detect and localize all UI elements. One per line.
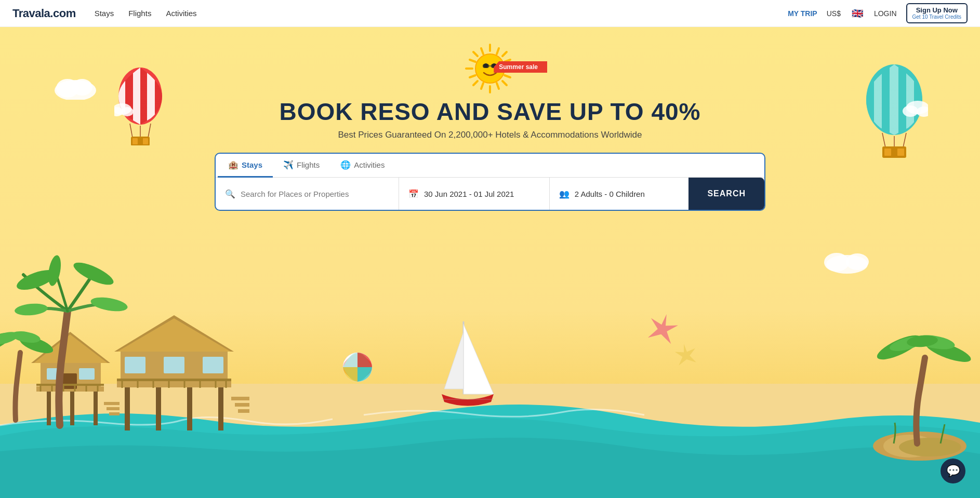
search-field-icon: 🔍 [225,189,235,199]
svg-rect-46 [47,389,51,425]
calendar-icon: 📅 [408,189,419,199]
nav-stays[interactable]: Stays [95,9,114,18]
search-tabs: 🏨 Stays ✈️ Flights 🌐 Activities [216,154,764,178]
nav-links: Stays Flights Activities [95,9,197,18]
svg-rect-52 [109,412,120,415]
location-field[interactable]: 🔍 [216,178,399,210]
svg-line-28 [502,81,507,85]
tab-flights[interactable]: ✈️ Flights [273,154,330,178]
svg-point-9 [121,107,134,116]
svg-line-3 [148,124,151,138]
hero-section: Summer sale BOOK RESO AND SAVE UP TO 40%… [0,27,980,498]
svg-point-107 [899,438,961,456]
guests-picker[interactable]: 👥 2 Adults - 0 Children [550,178,689,210]
login-link[interactable]: LOGIN [874,9,897,18]
hero-subheadline: Best Prices Guaranteed On 2,200,000+ Hot… [338,130,642,140]
cloud-right [824,253,869,274]
search-bar: 🔍 📅 30 Jun 2021 - 01 Jul 2021 👥 2 Adults… [216,178,764,210]
search-container: 🏨 Stays ✈️ Flights 🌐 Activities 🔍 📅 30 J… [215,153,765,211]
hero-headline: BOOK RESO AND SAVE UP TO 40% [279,98,700,126]
svg-rect-51 [107,407,120,410]
date-picker[interactable]: 📅 30 Jun 2021 - 01 Jul 2021 [399,178,550,210]
navbar: Travala.com Stays Flights Activities MY … [0,0,980,27]
svg-rect-59 [36,384,104,386]
svg-line-33 [481,48,483,54]
flights-tab-icon: ✈️ [283,160,294,170]
svg-rect-6 [143,138,148,144]
guests-value: 2 Adults - 0 Children [575,190,645,198]
svg-line-36 [481,83,483,89]
nav-flights[interactable]: Flights [128,9,151,18]
svg-point-90 [71,258,116,289]
currency-selector[interactable]: US$ [827,9,841,18]
signup-button[interactable]: Sign Up Now Get 10 Travel Credits [906,3,968,24]
svg-rect-72 [235,403,249,407]
beach-scene [0,228,980,498]
svg-rect-69 [218,384,223,430]
balloon-left [114,62,166,145]
svg-rect-79 [203,357,223,373]
logo[interactable]: Travala.com [12,7,76,20]
svg-line-30 [473,81,478,85]
chat-icon: 💬 [946,464,960,478]
svg-line-31 [470,60,475,62]
tab-activities[interactable]: 🌐 Activities [330,154,395,178]
nav-right: MY TRIP US$ 🇬🇧 LOGIN Sign Up Now Get 10 … [788,3,968,24]
svg-rect-78 [164,357,184,373]
search-input[interactable] [241,190,389,198]
guests-icon: 👥 [559,189,570,199]
svg-rect-48 [94,389,98,425]
svg-rect-57 [79,368,95,380]
sun-container: Summer sale [464,43,516,95]
svg-rect-16 [897,149,904,156]
svg-point-22 [72,79,92,96]
svg-line-27 [473,52,478,56]
summer-sale-badge: Summer sale [494,61,547,73]
svg-rect-80 [117,379,231,381]
stays-tab-icon: 🏨 [228,160,239,170]
svg-rect-50 [104,402,120,405]
svg-point-18 [903,105,918,117]
svg-rect-71 [231,397,249,400]
svg-line-35 [497,48,499,54]
svg-marker-104 [673,342,697,366]
svg-rect-15 [884,149,891,156]
language-flag[interactable]: 🇬🇧 [850,9,865,18]
tab-stays[interactable]: 🏨 Stays [218,154,273,178]
svg-point-91 [89,295,128,314]
search-button[interactable]: SEARCH [688,178,764,210]
svg-line-32 [505,75,510,77]
nav-activities[interactable]: Activities [166,9,196,18]
svg-marker-103 [646,311,680,344]
cloud-top-left [52,74,99,102]
svg-rect-77 [125,357,145,373]
svg-rect-73 [238,409,249,413]
balloon-right [860,58,923,152]
svg-line-13 [903,133,906,147]
svg-point-115 [846,253,869,270]
svg-rect-68 [187,384,192,430]
svg-point-92 [14,302,48,316]
svg-line-34 [497,83,499,89]
svg-marker-76 [117,318,231,352]
date-value: 30 Jun 2021 - 01 Jul 2021 [424,190,514,198]
activities-tab-icon: 🌐 [340,160,351,170]
signup-main-label: Sign Up Now [912,6,961,15]
signup-sub-label: Get 10 Travel Credits [912,14,961,20]
tab-flights-label: Flights [297,160,320,169]
tab-stays-label: Stays [242,160,262,169]
svg-line-38 [470,75,475,77]
svg-rect-67 [156,384,161,430]
svg-line-11 [882,133,885,147]
svg-rect-5 [133,138,138,144]
svg-line-29 [502,52,507,56]
my-trip-link[interactable]: MY TRIP [788,9,817,18]
svg-rect-47 [70,389,74,425]
chat-button[interactable]: 💬 [941,459,965,483]
tab-activities-label: Activities [354,160,385,169]
starfish [646,311,698,366]
beach-ball [343,353,372,382]
svg-rect-66 [125,384,130,430]
svg-point-114 [824,253,849,272]
svg-line-1 [130,124,133,138]
